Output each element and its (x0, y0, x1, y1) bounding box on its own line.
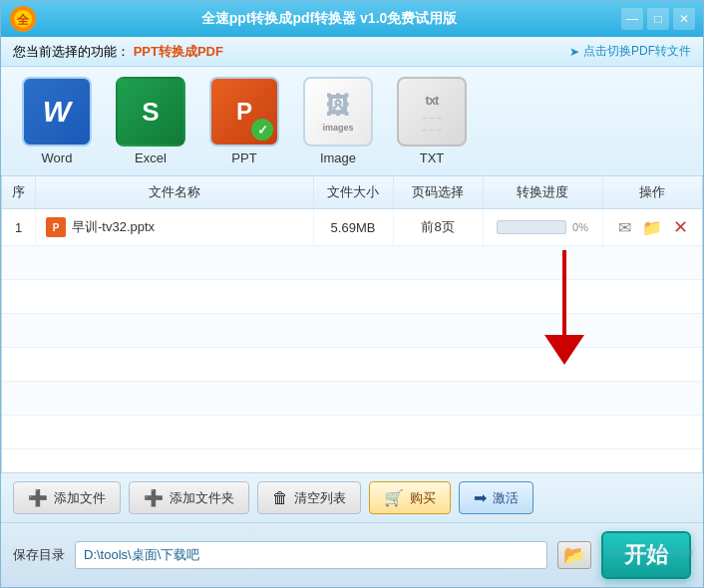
folder-action-icon[interactable]: 📁 (642, 217, 662, 237)
maximize-button[interactable]: □ (647, 8, 669, 30)
app-window: 全 全速ppt转换成pdf转换器 v1.0免费试用版 — □ ✕ 您当前选择的功… (0, 0, 704, 588)
add-file-icon: ➕ (28, 488, 48, 507)
txt-icon: txt _ _ _ _ _ _ (397, 77, 467, 147)
txt-label: TXT (420, 150, 445, 165)
minimize-button[interactable]: — (621, 8, 643, 30)
row-progress: 0% (483, 209, 602, 246)
delete-action-icon[interactable]: ✕ (670, 217, 690, 237)
col-header-name: 文件名称 (36, 176, 314, 209)
save-path-row: 保存目录 📂 开始 (1, 523, 703, 587)
empty-row-4 (2, 348, 702, 382)
col-header-size: 文件大小 (313, 176, 393, 209)
buy-icon: 🛒 (384, 488, 404, 507)
ppt-check-badge: ✓ (251, 119, 273, 141)
function-name: PPT转换成PDF (134, 44, 223, 59)
ppt-file-icon: P (46, 217, 66, 237)
row-filename: P 早训-tv32.pptx (36, 209, 314, 246)
ppt-label: PPT (231, 150, 256, 165)
progress-text: 0% (572, 221, 588, 233)
email-action-icon[interactable]: ✉ (614, 217, 634, 237)
add-folder-button[interactable]: ➕ 添加文件夹 (129, 481, 249, 514)
add-file-button[interactable]: ➕ 添加文件 (13, 481, 121, 514)
col-header-action: 操作 (602, 176, 702, 209)
col-header-seq: 序 (2, 176, 36, 209)
app-title: 全速ppt转换成pdf转换器 v1.0免费试用版 (37, 10, 621, 28)
clear-icon: 🗑 (272, 489, 288, 507)
word-label: Word (42, 150, 73, 165)
format-image[interactable]: 🖼 images Image (298, 77, 378, 165)
bottom-action-bar: ➕ 添加文件 ➕ 添加文件夹 🗑 清空列表 🛒 购买 ➡ 激活 (1, 472, 703, 523)
word-icon: W (22, 77, 92, 147)
format-txt[interactable]: txt _ _ _ _ _ _ TXT (392, 77, 472, 165)
switch-arrow-icon: ➤ (569, 45, 579, 59)
clear-list-button[interactable]: 🗑 清空列表 (257, 481, 361, 514)
row-seq: 1 (2, 209, 36, 246)
save-label: 保存目录 (13, 546, 65, 564)
format-word[interactable]: W Word (17, 77, 97, 165)
svg-text:全: 全 (16, 13, 30, 27)
row-pages: 前8页 (393, 209, 483, 246)
window-controls: — □ ✕ (621, 8, 695, 30)
progress-bar (497, 220, 566, 234)
image-label: Image (320, 150, 356, 165)
col-header-progress: 转换进度 (483, 176, 602, 209)
folder-icon: 📂 (563, 544, 585, 566)
activate-button[interactable]: ➡ 激活 (459, 481, 533, 514)
start-button[interactable]: 开始 (601, 531, 691, 579)
row-size: 5.69MB (313, 209, 393, 246)
format-row: W Word S Excel P ✓ PPT 🖼 images (1, 67, 703, 176)
toolbar: 您当前选择的功能： PPT转换成PDF ➤ 点击切换PDF转文件 (1, 37, 703, 67)
excel-label: Excel (135, 150, 167, 165)
browse-folder-button[interactable]: 📂 (557, 541, 591, 569)
ppt-icon: P ✓ (209, 77, 279, 147)
image-icon: 🖼 images (303, 77, 373, 147)
format-ppt[interactable]: P ✓ PPT (204, 77, 284, 165)
empty-row-1 (2, 246, 702, 280)
col-header-pages: 页码选择 (393, 176, 483, 209)
table-row: 1 P 早训-tv32.pptx 5.69MB 前8页 (2, 209, 702, 246)
activate-icon: ➡ (474, 488, 487, 507)
excel-icon: S (116, 77, 185, 147)
file-table-area: 序 文件名称 文件大小 页码选择 转换进度 操作 1 P 早训-tv32.ppt… (1, 176, 703, 472)
close-button[interactable]: ✕ (673, 8, 695, 30)
save-path-input[interactable] (75, 541, 547, 569)
switch-pdf-button[interactable]: ➤ 点击切换PDF转文件 (569, 43, 691, 60)
add-folder-icon: ➕ (144, 488, 164, 507)
file-table: 序 文件名称 文件大小 页码选择 转换进度 操作 1 P 早训-tv32.ppt… (2, 176, 702, 449)
title-bar: 全 全速ppt转换成pdf转换器 v1.0免费试用版 — □ ✕ (1, 1, 703, 37)
empty-row-5 (2, 382, 702, 416)
app-logo: 全 (9, 5, 37, 33)
empty-row-2 (2, 280, 702, 314)
row-actions: ✉ 📁 ✕ (602, 209, 702, 246)
empty-row-6 (2, 416, 702, 449)
buy-button[interactable]: 🛒 购买 (369, 481, 451, 514)
current-function-label: 您当前选择的功能： PPT转换成PDF (13, 43, 223, 61)
empty-row-3 (2, 314, 702, 348)
format-excel[interactable]: S Excel (111, 77, 190, 165)
